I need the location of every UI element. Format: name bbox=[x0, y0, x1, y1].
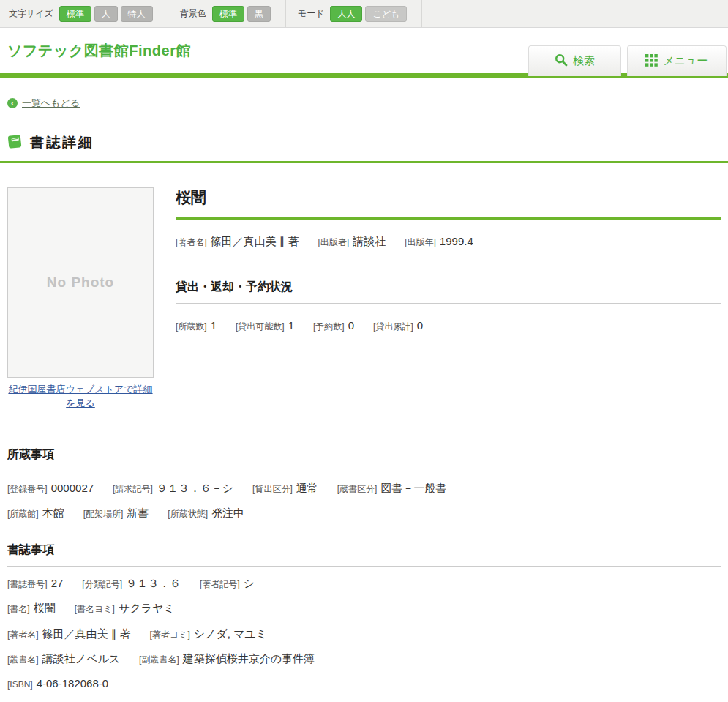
field-value: 1999.4 bbox=[440, 235, 473, 247]
background-color-label: 背景色 bbox=[180, 7, 206, 20]
field-label: [所蔵館] bbox=[7, 509, 39, 519]
field: [請求記号]９１３．６－シ bbox=[113, 480, 233, 496]
holdings-section-title: 所蔵事項 bbox=[7, 447, 721, 463]
field-label: [著者名] bbox=[176, 237, 207, 247]
field: [貸出区分]通常 bbox=[252, 480, 318, 496]
back-to-list-link[interactable]: 一覧へもどる bbox=[22, 97, 80, 110]
kinokuniya-store-link[interactable]: 紀伊国屋書店ウェブストアで詳細を見る bbox=[7, 383, 154, 411]
status-meta: [所蔵数]1[貸出可能数]1[予約数]0[貸出累計]0 bbox=[176, 319, 721, 333]
field-value: 0 bbox=[417, 319, 423, 332]
field: [配架場所]新書 bbox=[83, 505, 149, 521]
biblio-rows: [書誌番号]27[分類記号]９１３．６[著者記号]シ[書名]桜闇[書名ヨミ]サク… bbox=[7, 575, 721, 702]
toolbar-button[interactable]: 標準 bbox=[59, 6, 91, 22]
field-value: ９１３．６－シ bbox=[157, 482, 233, 494]
back-arrow-icon: ‹ bbox=[7, 98, 18, 108]
search-button-label: 検索 bbox=[573, 54, 595, 68]
mode-label: モード bbox=[298, 7, 325, 20]
field-row: [書誌番号]27[分類記号]９１３．６[著者記号]シ bbox=[7, 575, 721, 591]
field-label: [書名ヨミ] bbox=[75, 604, 115, 614]
field-value: 建築探偵桜井京介の事件簿 bbox=[183, 652, 315, 665]
field: [書名ヨミ]サクラヤミ bbox=[75, 600, 175, 616]
field-value: 27 bbox=[51, 577, 64, 589]
field-value: 本館 bbox=[42, 507, 64, 519]
field-value: シ bbox=[244, 577, 255, 589]
field-label: [著者記号] bbox=[200, 579, 240, 589]
book-title: 桜闇 bbox=[176, 187, 721, 208]
background-color-group: 背景色 標準黒 bbox=[168, 0, 286, 27]
field-label: [登録番号] bbox=[7, 484, 48, 494]
holdings-rows: [登録番号]0000027[請求記号]９１３．６－シ[貸出区分]通常[蔵書区分]… bbox=[7, 480, 721, 522]
toolbar-button[interactable]: 特大 bbox=[121, 6, 153, 22]
page-title: 書誌詳細 bbox=[30, 133, 94, 152]
toolbar-button[interactable]: 大 bbox=[94, 6, 118, 22]
holdings-divider bbox=[7, 471, 721, 471]
menu-button[interactable]: メニュー bbox=[627, 45, 727, 76]
field: [書名]桜闇 bbox=[7, 600, 56, 616]
field: [所蔵状態]発注中 bbox=[168, 505, 244, 521]
book-cover-placeholder: No Photo bbox=[7, 187, 154, 378]
field-label: [書誌番号] bbox=[7, 579, 48, 589]
field-row: [ISBN]4-06-182068-0 bbox=[7, 676, 721, 692]
field-label: [叢書名] bbox=[7, 654, 39, 665]
field: [叢書名]講談社ノベルス bbox=[7, 651, 120, 667]
field: [著者名]篠田／真由美 ∥ 著 bbox=[176, 235, 299, 249]
field-value: 1 bbox=[288, 319, 294, 332]
field-row: [著者名]篠田／真由美 ∥ 著[著者ヨミ]シノダ, マユミ bbox=[7, 626, 721, 642]
status-divider bbox=[176, 303, 721, 304]
font-size-label: 文字サイズ bbox=[9, 7, 53, 20]
field: [出版者]講談社 bbox=[318, 235, 386, 249]
biblio-divider bbox=[7, 566, 721, 567]
font-size-buttons: 標準大特大 bbox=[59, 6, 156, 22]
breadcrumb: ‹ 一覧へもどる bbox=[7, 97, 721, 110]
field: [予約数]0 bbox=[313, 319, 354, 333]
field-value: 1 bbox=[211, 319, 217, 332]
book-detail-area: No Photo 紀伊国屋書店ウェブストアで詳細を見る 桜闇 [著者名]篠田／真… bbox=[7, 187, 721, 411]
site-header: ソフテック図書館Finder館 検索 メニュー bbox=[0, 28, 728, 73]
field-value: 0000027 bbox=[51, 482, 94, 494]
site-title: ソフテック図書館Finder館 bbox=[7, 41, 191, 61]
toolbar-button[interactable]: 標準 bbox=[212, 6, 244, 22]
search-icon bbox=[555, 53, 568, 69]
field: [出版年]1999.4 bbox=[405, 235, 473, 249]
field-label: [分類記号] bbox=[82, 579, 122, 589]
field: [所蔵数]1 bbox=[176, 319, 217, 333]
field-label: [所蔵状態] bbox=[168, 509, 208, 519]
field: [著者記号]シ bbox=[200, 575, 255, 591]
field: [登録番号]0000027 bbox=[7, 480, 94, 496]
field-label: [蔵書区分] bbox=[337, 484, 378, 494]
toolbar-button[interactable]: 黒 bbox=[247, 6, 271, 22]
field-value: 4-06-182068-0 bbox=[37, 677, 108, 690]
field-value: サクラヤミ bbox=[119, 602, 175, 614]
field: [分類記号]９１３．６ bbox=[82, 575, 181, 591]
biblio-section: 書誌事項 [書誌番号]27[分類記号]９１３．６[著者記号]シ[書名]桜闇[書名… bbox=[7, 542, 721, 702]
background-color-buttons: 標準黒 bbox=[212, 6, 274, 22]
header-tabs: 検索 メニュー bbox=[528, 45, 727, 76]
field: [貸出累計]0 bbox=[373, 319, 423, 333]
book-icon bbox=[7, 134, 23, 152]
field-label: [貸出可能数] bbox=[236, 321, 285, 332]
field-value: 発注中 bbox=[211, 507, 244, 519]
field-label: [所蔵数] bbox=[176, 321, 207, 332]
search-button[interactable]: 検索 bbox=[528, 45, 621, 76]
field: [著者名]篠田／真由美 ∥ 著 bbox=[7, 626, 131, 642]
field-label: [著者名] bbox=[7, 630, 39, 640]
toolbar-button[interactable]: こども bbox=[365, 6, 407, 22]
field-label: [請求記号] bbox=[113, 484, 153, 494]
field-label: [出版者] bbox=[318, 237, 350, 247]
field: [蔵書区分]図書－一般書 bbox=[337, 480, 447, 496]
field-value: ９１３．６ bbox=[126, 577, 181, 589]
toolbar-button[interactable]: 大人 bbox=[330, 6, 362, 22]
field-value: 図書－一般書 bbox=[380, 482, 446, 494]
accessibility-toolbar: 文字サイズ 標準大特大 背景色 標準黒 モード 大人こども bbox=[0, 0, 728, 28]
field-label: [出版年] bbox=[405, 237, 436, 247]
cover-column: No Photo 紀伊国屋書店ウェブストアで詳細を見る bbox=[7, 187, 154, 411]
field: [貸出可能数]1 bbox=[236, 319, 294, 333]
font-size-group: 文字サイズ 標準大特大 bbox=[7, 0, 168, 27]
title-meta: [著者名]篠田／真由美 ∥ 著[出版者]講談社[出版年]1999.4 bbox=[176, 235, 721, 249]
no-photo-label: No Photo bbox=[47, 275, 114, 291]
book-info-column: 桜闇 [著者名]篠田／真由美 ∥ 著[出版者]講談社[出版年]1999.4 貸出… bbox=[176, 187, 721, 411]
field-label: [予約数] bbox=[313, 321, 345, 332]
field-row: [所蔵館]本館[配架場所]新書[所蔵状態]発注中 bbox=[7, 505, 721, 521]
field-row: [叢書名]講談社ノベルス[副叢書名]建築探偵桜井京介の事件簿 bbox=[7, 651, 721, 667]
field-value: 0 bbox=[348, 319, 354, 332]
